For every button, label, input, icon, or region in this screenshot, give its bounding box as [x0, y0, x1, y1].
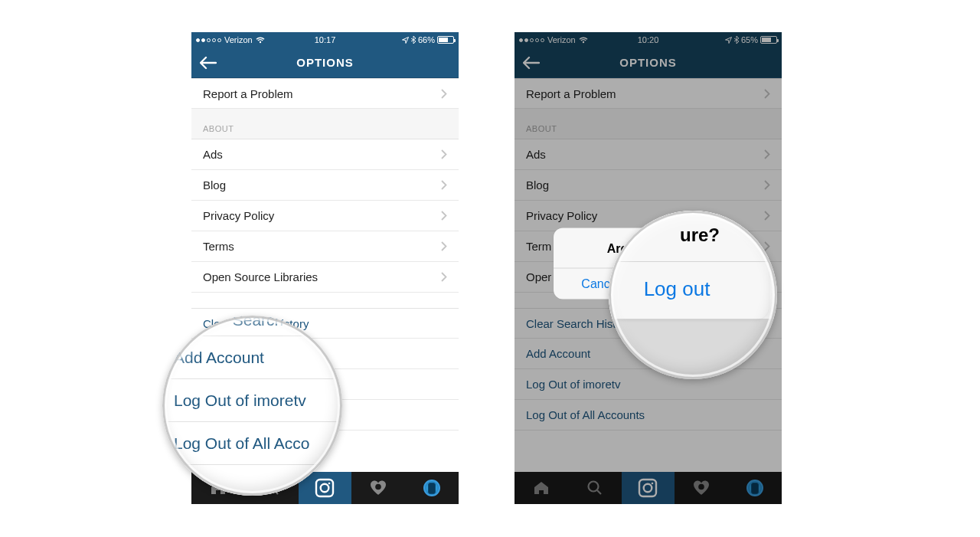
magnifier-callout-1: Search Add Account Log Out of imoretv Lo… [162, 316, 342, 496]
bluetooth-icon [411, 36, 416, 44]
nav-title: OPTIONS [296, 56, 354, 69]
row-label: Open Source Libraries [203, 270, 318, 283]
row-terms[interactable]: Terms [191, 231, 459, 262]
row-label: Report a Problem [203, 87, 293, 100]
location-icon [402, 37, 409, 44]
svg-point-4 [375, 484, 381, 490]
chevron-right-icon [441, 241, 447, 251]
row-add-account[interactable]: Add Account [162, 336, 342, 379]
row-logout-all[interactable]: Log Out of All Acco [162, 422, 342, 465]
magnifier-callout-2: ure? Log out [609, 211, 777, 379]
status-bar: Verizon 10:17 66% [191, 32, 459, 47]
profile-avatar-icon [423, 480, 440, 496]
svg-point-2 [321, 484, 329, 493]
row-report-problem[interactable]: Report a Problem [191, 78, 459, 109]
battery-icon [437, 36, 454, 44]
section-header-about: ABOUT [191, 109, 459, 139]
camera-icon [315, 478, 335, 498]
wifi-icon [256, 37, 265, 44]
svg-point-3 [328, 483, 331, 485]
nav-bar: OPTIONS [191, 47, 459, 78]
signal-strength-icon [196, 38, 221, 42]
chevron-right-icon [441, 89, 447, 99]
tab-profile[interactable] [405, 472, 459, 504]
alert-logout-button[interactable]: Log out [609, 262, 769, 319]
row-blog[interactable]: Blog [191, 170, 459, 201]
row-privacy[interactable]: Privacy Policy [191, 201, 459, 231]
tab-activity[interactable] [351, 472, 405, 504]
battery-percent: 66% [418, 35, 435, 44]
chevron-right-icon [441, 211, 447, 221]
row-ads[interactable]: Ads [191, 139, 459, 170]
row-logout-user[interactable]: Log Out of imoretv [162, 379, 342, 422]
activity-icon [369, 480, 387, 496]
row-label: Privacy Policy [203, 209, 274, 222]
chevron-right-icon [441, 180, 447, 190]
back-button[interactable] [199, 54, 217, 72]
row-label: Ads [203, 148, 223, 161]
carrier-label: Verizon [224, 35, 253, 44]
chevron-right-icon [441, 272, 447, 282]
svg-rect-1 [316, 480, 333, 496]
row-label: Blog [203, 178, 226, 192]
chevron-right-icon [441, 149, 447, 159]
row-label: Terms [203, 240, 234, 253]
row-open-source[interactable]: Open Source Libraries [191, 262, 459, 293]
